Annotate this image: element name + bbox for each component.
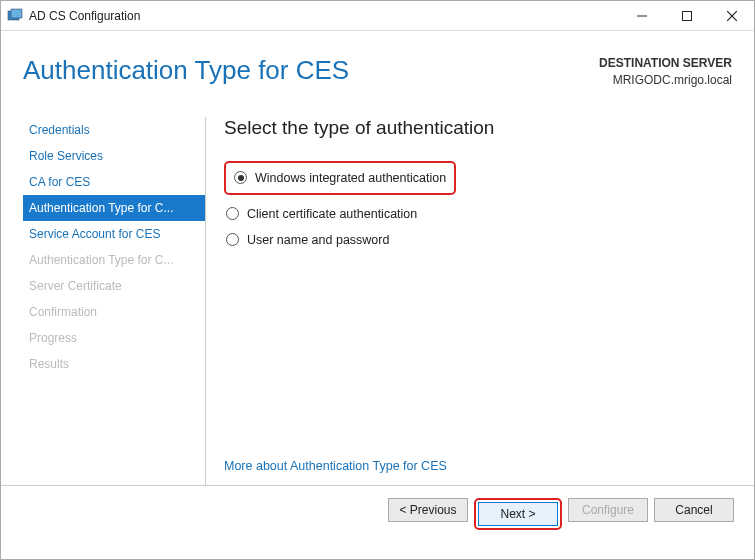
sidebar-item-ca-for-ces[interactable]: CA for CES (23, 169, 205, 195)
radio-label: Client certificate authentication (247, 207, 417, 221)
content-heading: Select the type of authentication (224, 117, 730, 139)
titlebar: AD CS Configuration (1, 1, 754, 31)
radio-icon (226, 207, 239, 220)
highlight-box-next: Next > (474, 498, 562, 530)
radio-icon (226, 233, 239, 246)
sidebar-item-auth-type-ces[interactable]: Authentication Type for C... (23, 195, 205, 221)
sidebar: Credentials Role Services CA for CES Aut… (23, 117, 206, 485)
svg-rect-1 (11, 9, 22, 18)
destination-server: MRIGODC.mrigo.local (599, 72, 732, 89)
more-about-link[interactable]: More about Authentication Type for CES (224, 439, 730, 485)
highlight-box-radio: Windows integrated authentication (224, 161, 456, 195)
radio-label: User name and password (247, 233, 389, 247)
page-title: Authentication Type for CES (23, 55, 599, 89)
sidebar-item-progress: Progress (23, 325, 205, 351)
destination-label: DESTINATION SERVER (599, 55, 732, 72)
radio-client-certificate[interactable]: Client certificate authentication (224, 201, 730, 227)
previous-button[interactable]: < Previous (388, 498, 468, 522)
content-pane: Select the type of authentication Window… (206, 117, 754, 485)
footer: < Previous Next > Configure Cancel (1, 485, 754, 542)
configure-button: Configure (568, 498, 648, 522)
sidebar-item-role-services[interactable]: Role Services (23, 143, 205, 169)
minimize-button[interactable] (619, 1, 664, 30)
cancel-button[interactable]: Cancel (654, 498, 734, 522)
maximize-button[interactable] (664, 1, 709, 30)
app-icon (7, 8, 23, 24)
sidebar-item-confirmation: Confirmation (23, 299, 205, 325)
svg-rect-3 (682, 11, 691, 20)
sidebar-item-service-account[interactable]: Service Account for CES (23, 221, 205, 247)
window-title: AD CS Configuration (29, 9, 140, 23)
auth-type-radio-group: Windows integrated authentication Client… (224, 161, 730, 253)
sidebar-item-results: Results (23, 351, 205, 377)
radio-icon (234, 171, 247, 184)
radio-username-password[interactable]: User name and password (224, 227, 730, 253)
sidebar-item-server-cert: Server Certificate (23, 273, 205, 299)
next-button[interactable]: Next > (478, 502, 558, 526)
sidebar-item-credentials[interactable]: Credentials (23, 117, 205, 143)
close-button[interactable] (709, 1, 754, 30)
destination-info: DESTINATION SERVER MRIGODC.mrigo.local (599, 55, 732, 89)
window-controls (619, 1, 754, 30)
sidebar-item-auth-type-2: Authentication Type for C... (23, 247, 205, 273)
header: Authentication Type for CES DESTINATION … (1, 31, 754, 99)
radio-windows-integrated[interactable]: Windows integrated authentication (232, 165, 448, 191)
radio-label: Windows integrated authentication (255, 171, 446, 185)
